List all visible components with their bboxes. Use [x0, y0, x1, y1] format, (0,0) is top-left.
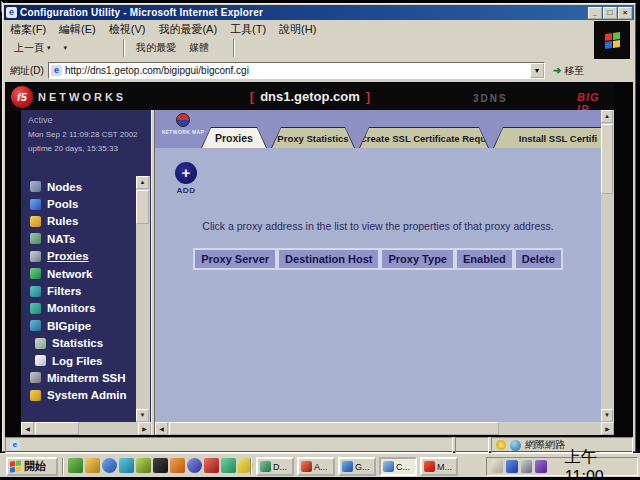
taskbar-window-1[interactable]: D...	[256, 457, 294, 476]
proxies-icon	[30, 251, 41, 262]
taskbar-window-2[interactable]: A...	[297, 457, 335, 476]
scroll-down-icon[interactable]: ▼	[136, 409, 149, 422]
sidebar-item-system-admin[interactable]: System Admin	[21, 387, 139, 404]
menu-view[interactable]: 檢視(V)	[109, 22, 146, 37]
menu-file[interactable]: 檔案(F)	[10, 22, 46, 37]
quick-launch-icon-8[interactable]	[187, 458, 202, 473]
sidebar-item-filters[interactable]: Filters	[21, 282, 139, 299]
scroll-up-icon[interactable]: ▲	[601, 110, 613, 123]
address-input[interactable]: e http://dns1.getop.com/bigipgui/bigconf…	[48, 62, 545, 79]
status-bar: e 網際網路	[5, 437, 633, 453]
statistics-icon	[35, 338, 46, 349]
menu-favorites[interactable]: 我的最愛(A)	[158, 22, 217, 37]
quick-launch-icon-10[interactable]	[221, 458, 236, 473]
mail-button[interactable]	[239, 38, 247, 58]
sidebar-item-statistics[interactable]: Statistics	[21, 335, 139, 352]
scroll-right-icon[interactable]: ▶	[138, 422, 151, 435]
sidebar-item-nats[interactable]: NATs	[21, 230, 139, 247]
add-button[interactable]: +	[175, 162, 197, 184]
start-button[interactable]: 開始	[6, 457, 58, 476]
taskbar-window-3[interactable]: G...	[338, 457, 376, 476]
sidebar-item-nodes[interactable]: Nodes	[21, 178, 139, 195]
quick-launch-icon-1[interactable]	[68, 458, 83, 473]
column-header-destination-host[interactable]: Destination Host	[277, 248, 380, 270]
status-pane-main: e	[5, 437, 453, 453]
tray-icon-messenger[interactable]	[506, 460, 518, 473]
scrollbar-thumb[interactable]	[169, 422, 499, 435]
quick-launch-icon-3[interactable]	[102, 458, 117, 473]
tray-icon-app1[interactable]	[535, 460, 547, 473]
forward-dropdown-icon[interactable]: ▾	[64, 44, 68, 52]
sidebar-item-rules[interactable]: Rules	[21, 213, 139, 230]
sidebar-item-pools[interactable]: Pools	[21, 195, 139, 212]
sidebar-item-bigpipe[interactable]: BIGpipe	[21, 317, 139, 334]
sidebar-item-mindterm-ssh[interactable]: Mindterm SSH	[21, 369, 139, 386]
tab-proxies[interactable]: Proxies	[201, 127, 267, 148]
sidebar-item-label: Nodes	[47, 181, 82, 193]
minimize-button[interactable]: _	[588, 7, 602, 19]
nats-icon	[30, 233, 41, 244]
quick-launch-icon-2[interactable]	[85, 458, 100, 473]
tab-create-ssl-certificate-request[interactable]: Create SSL Certificate Request	[359, 127, 489, 148]
sidebar-item-monitors[interactable]: Monitors	[21, 300, 139, 317]
scroll-left-icon[interactable]: ◀	[155, 422, 168, 435]
refresh-icon[interactable]	[89, 41, 103, 55]
menu-edit[interactable]: 編輯(E)	[59, 22, 96, 37]
sidebar-item-label: Filters	[47, 285, 82, 297]
browser-window: e Configuration Utility - Microsoft Inte…	[2, 3, 636, 452]
tab-install-ssl-certificate[interactable]: Install SSL Certifi	[493, 127, 601, 148]
sidebar-item-proxies[interactable]: Proxies	[21, 248, 139, 265]
address-dropdown-icon[interactable]: ▼	[530, 63, 544, 78]
quick-launch-icon-7[interactable]	[170, 458, 185, 473]
column-header-enabled[interactable]: Enabled	[455, 248, 514, 270]
main-vertical-scrollbar[interactable]: ▲ ▼	[601, 110, 614, 422]
toolbar-separator	[233, 39, 235, 57]
main-horizontal-scrollbar[interactable]: ◀ ▶	[155, 422, 614, 435]
back-button[interactable]: 上一頁 ▾	[7, 38, 55, 58]
taskbar-clock: 上午 11:00	[565, 447, 633, 480]
app-icon	[260, 461, 271, 472]
go-button[interactable]: ➔ 移至	[549, 61, 588, 80]
home-icon[interactable]	[105, 41, 119, 55]
taskbar-window-5[interactable]: M...	[420, 457, 458, 476]
favorites-button[interactable]: 我的最愛	[129, 38, 180, 58]
tab-banner: NETWORK MAP Proxies Proxy Statistics Cre…	[155, 110, 601, 148]
column-header-proxy-server[interactable]: Proxy Server	[193, 248, 277, 270]
menu-tools[interactable]: 工具(T)	[230, 22, 266, 37]
forward-button[interactable]: ▾	[57, 38, 72, 58]
close-button[interactable]: ×	[618, 7, 632, 19]
maximize-button[interactable]: □	[603, 7, 617, 19]
scroll-right-icon[interactable]: ▶	[601, 422, 614, 435]
scrollbar-thumb[interactable]	[136, 190, 149, 224]
scroll-left-icon[interactable]: ◀	[21, 422, 34, 435]
quick-launch-icon-4[interactable]	[119, 458, 134, 473]
media-button[interactable]: 媒體	[182, 38, 213, 58]
scroll-up-icon[interactable]: ▲	[136, 176, 149, 189]
network-map-button[interactable]: NETWORK MAP	[161, 113, 205, 135]
history-icon[interactable]	[215, 41, 229, 55]
quick-launch-icon-6[interactable]	[153, 458, 168, 473]
browser-toolbar: 上一頁 ▾ ▾ 我的最愛 媒體	[5, 37, 257, 59]
speaker-icon[interactable]	[491, 460, 503, 473]
column-header-delete[interactable]: Delete	[514, 248, 563, 270]
taskbar-window-label: M...	[437, 462, 452, 472]
scroll-down-icon[interactable]: ▼	[601, 409, 613, 422]
sidebar-item-log-files[interactable]: Log Files	[21, 352, 139, 369]
sidebar-item-network[interactable]: Network	[21, 265, 139, 282]
menu-help[interactable]: 說明(H)	[279, 22, 316, 37]
tray-icon-app2[interactable]	[550, 460, 562, 473]
quick-launch-icon-9[interactable]	[204, 458, 219, 473]
sidebar-horizontal-scrollbar[interactable]: ◀ ▶	[21, 422, 151, 435]
column-header-proxy-type[interactable]: Proxy Type	[380, 248, 455, 270]
taskbar-window-4-active[interactable]: C...	[379, 457, 417, 476]
scrollbar-thumb[interactable]	[601, 124, 613, 194]
tray-icon-display[interactable]	[521, 460, 533, 473]
back-dropdown-icon[interactable]: ▾	[47, 44, 51, 52]
quick-launch-icon-5[interactable]	[136, 458, 151, 473]
rules-icon	[30, 216, 41, 227]
stop-icon[interactable]	[73, 41, 87, 55]
sidebar-vertical-scrollbar[interactable]: ▲ ▼	[136, 176, 150, 422]
print-button[interactable]	[249, 38, 257, 58]
scrollbar-thumb[interactable]	[35, 422, 79, 435]
tab-proxy-statistics[interactable]: Proxy Statistics	[271, 127, 355, 148]
